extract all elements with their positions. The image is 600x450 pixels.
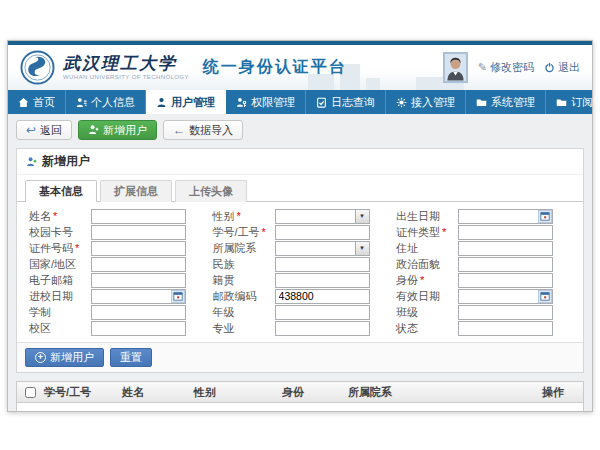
- select-all-cell: [17, 387, 41, 398]
- class-input[interactable]: [458, 305, 553, 320]
- university-name-cn: 武汉理工大学: [63, 55, 189, 72]
- table-column-header: 操作: [539, 385, 583, 400]
- nav-item-system-management[interactable]: 系统管理: [466, 90, 546, 114]
- country-input[interactable]: [91, 257, 186, 272]
- reset-button[interactable]: 重置: [110, 348, 152, 367]
- masthead: 武汉理工大学 WUHAN UNIVERSITY OF TECHNOLOGY 统一…: [8, 45, 592, 90]
- nav-item-permission-management[interactable]: 权限管理: [226, 90, 306, 114]
- toolbar: ↩ 返回 新增用户 ← 数据导入: [16, 120, 584, 140]
- university-name-en: WUHAN UNIVERSITY OF TECHNOLOGY: [63, 74, 189, 80]
- identity-label: 身份*: [396, 273, 458, 288]
- email-label: 电子邮箱: [29, 273, 91, 288]
- new-user-icon: [88, 124, 99, 137]
- required-asterisk: *: [442, 226, 446, 238]
- name-input[interactable]: [91, 209, 186, 224]
- political-status-input[interactable]: [458, 257, 553, 272]
- gender-select[interactable]: ▼: [275, 209, 370, 224]
- status-input[interactable]: [458, 321, 553, 336]
- gender-label: 性别*: [213, 209, 275, 224]
- postal-code-input[interactable]: [275, 289, 370, 304]
- section-title: 新增用户: [42, 153, 90, 170]
- nav-item-user-management[interactable]: 用户管理: [146, 90, 226, 114]
- nav-item-label: 用户管理: [171, 95, 215, 110]
- tab-basic-info[interactable]: 基本信息: [25, 180, 97, 202]
- masthead-actions: ✎ 修改密码 退出: [443, 52, 580, 83]
- tab-extended-info[interactable]: 扩展信息: [100, 180, 172, 202]
- valid-date-field: 有效日期: [388, 288, 579, 304]
- birth-date-field: 出生日期: [388, 208, 579, 224]
- birth-date-label: 出生日期: [396, 209, 458, 224]
- table-empty-row: [17, 403, 583, 411]
- department-select[interactable]: ▼: [275, 241, 370, 256]
- native-place-field: 籍贯: [205, 272, 389, 288]
- address-input[interactable]: [458, 241, 553, 256]
- form-tabs: 基本信息扩展信息上传头像: [17, 175, 583, 202]
- ethnicity-label: 民族: [213, 257, 275, 272]
- name-label: 姓名*: [29, 209, 91, 224]
- select-all-checkbox[interactable]: [25, 387, 36, 398]
- country-field: 国家/地区: [21, 256, 205, 272]
- chevron-down-icon: ▼: [355, 242, 369, 255]
- key-user-icon: [236, 97, 247, 108]
- folder-icon: [476, 97, 487, 108]
- id-number-input[interactable]: [91, 241, 186, 256]
- postal-code-label: 邮政编码: [213, 289, 275, 304]
- valid-date-label: 有效日期: [396, 289, 458, 304]
- email-input[interactable]: [91, 273, 186, 288]
- education-length-input[interactable]: [91, 305, 186, 320]
- results-table: 学号/工号姓名性别身份所属院系操作: [16, 381, 584, 411]
- back-button[interactable]: ↩ 返回: [16, 120, 72, 140]
- gender-field: 性别*▼: [205, 208, 389, 224]
- nav-item-access-management[interactable]: 接入管理: [386, 90, 466, 114]
- calendar-icon[interactable]: [171, 290, 185, 303]
- identity-input[interactable]: [458, 273, 553, 288]
- nav-item-profile[interactable]: 个人信息: [66, 90, 146, 114]
- calendar-icon[interactable]: [538, 210, 552, 223]
- ethnicity-input[interactable]: [275, 257, 370, 272]
- plus-circle-icon: +: [35, 352, 46, 363]
- avatar-photo-icon: [445, 54, 466, 81]
- id-type-field: 证件类型*: [388, 224, 579, 240]
- address-label: 住址: [396, 241, 458, 256]
- new-user-toolbar-button[interactable]: 新增用户: [78, 120, 157, 140]
- back-arrow-icon: ↩: [26, 124, 36, 136]
- calendar-icon[interactable]: [538, 290, 552, 303]
- email-field: 电子邮箱: [21, 272, 205, 288]
- address-field: 住址: [388, 240, 579, 256]
- change-password-label: 修改密码: [490, 60, 534, 75]
- student-id-field: 学号/工号*: [205, 224, 389, 240]
- identity-field: 身份*: [388, 272, 579, 288]
- id-type-input[interactable]: [458, 225, 553, 240]
- grade-input[interactable]: [275, 305, 370, 320]
- education-length-field: 学制: [21, 304, 205, 320]
- tab-upload-avatar[interactable]: 上传头像: [175, 180, 247, 202]
- logout-link[interactable]: 退出: [544, 60, 580, 75]
- required-asterisk: *: [262, 226, 266, 238]
- native-place-input[interactable]: [275, 273, 370, 288]
- university-logo-icon: [20, 50, 55, 85]
- data-import-button[interactable]: ← 数据导入: [163, 120, 243, 140]
- nav-item-label: 权限管理: [251, 95, 295, 110]
- table-column-header: 所属院系: [345, 385, 539, 400]
- status-label: 状态: [396, 321, 458, 336]
- student-id-input[interactable]: [275, 225, 370, 240]
- political-status-label: 政治面貌: [396, 257, 458, 272]
- submit-new-user-button[interactable]: + 新增用户: [25, 348, 104, 367]
- major-input[interactable]: [275, 321, 370, 336]
- campus-card-input[interactable]: [91, 225, 186, 240]
- nav-item-label: 接入管理: [411, 95, 455, 110]
- campus-input[interactable]: [91, 321, 186, 336]
- content-area: ↩ 返回 新增用户 ← 数据导入 新增用户 基本信息扩展信息上传头像 姓名*性别…: [8, 114, 592, 411]
- name-field: 姓名*: [21, 208, 205, 224]
- form-grid: 姓名*性别*▼出生日期校园卡号学号/工号*证件类型*证件号码*所属院系▼住址国家…: [17, 202, 583, 342]
- form-footer: + 新增用户 重置: [17, 342, 583, 372]
- nav-item-log-query[interactable]: 日志查询: [306, 90, 386, 114]
- nav-item-subscription-management[interactable]: 订阅管理: [546, 90, 600, 114]
- nav-item-label: 订阅管理: [571, 95, 600, 110]
- change-password-link[interactable]: ✎ 修改密码: [478, 60, 534, 75]
- table-column-header: 性别: [191, 385, 279, 400]
- campus-card-label: 校园卡号: [29, 225, 91, 240]
- nav-item-home[interactable]: 首页: [8, 90, 66, 114]
- entry-date-field: 进校日期: [21, 288, 205, 304]
- user-add-icon: [26, 156, 37, 167]
